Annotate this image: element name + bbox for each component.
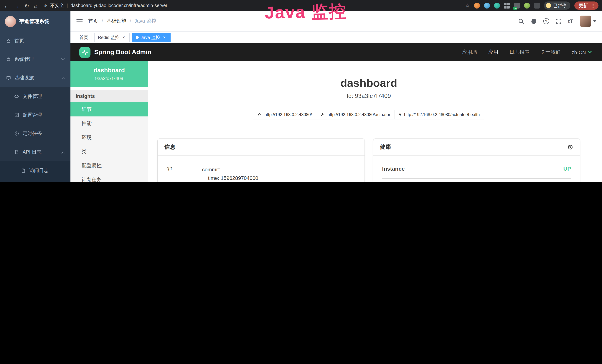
sba-nav-wall[interactable]: 应用墙 xyxy=(462,49,477,56)
dashboard-icon xyxy=(6,38,11,43)
clock-icon xyxy=(14,131,19,136)
git-info-row: git commit: time: 1596289704000 id: 27aa… xyxy=(166,163,355,182)
chevron-up-icon xyxy=(61,77,65,81)
extension-puzzle-icon[interactable] xyxy=(534,3,540,9)
main-area: 首页 / 基础设施 / Java 监控 ? tT xyxy=(70,11,602,182)
caret-down-icon xyxy=(593,20,596,22)
avatar[interactable] xyxy=(580,16,591,27)
sba-nav-links: 应用墙 应用 日志报表 关于我们 zh-CN xyxy=(462,49,591,56)
sba-item-scheduled[interactable]: 计划任务 xyxy=(70,173,148,182)
extension-leaf-icon[interactable] xyxy=(524,3,530,9)
browser-actions: ☆ on 已暂停 更新 ⋮ xyxy=(465,1,599,10)
home-icon[interactable]: ⌂ xyxy=(34,3,37,8)
sba-brand[interactable]: Spring Boot Admin xyxy=(94,49,151,56)
browser-toolbar: ← → ↻ ⌂ ⚠ 不安全 | dashboard.yudao.iocoder.… xyxy=(0,0,602,11)
warning-icon: ⚠ xyxy=(43,3,48,8)
history-icon[interactable] xyxy=(567,144,573,150)
sba-nav-about[interactable]: 关于我们 xyxy=(540,49,560,56)
health-url-link[interactable]: ♥ http://192.168.0.2:48080/actuator/heal… xyxy=(394,110,484,119)
sba-sidebar: dashboard 93a3fc7f7409 Insights 细节 性能 环境… xyxy=(70,61,148,182)
app-logo-row[interactable]: 芋道管理系统 xyxy=(0,11,70,32)
sba-logo-icon[interactable] xyxy=(79,47,90,58)
extension-on-icon[interactable]: on xyxy=(514,3,520,9)
instance-id: Id: 93a3fc7f7409 xyxy=(158,93,580,99)
bookmark-star-icon[interactable]: ☆ xyxy=(465,3,470,9)
reload-icon[interactable]: ↻ xyxy=(24,3,29,8)
screen: Java 监控 ← → ↻ ⌂ ⚠ 不安全 | dashboard.yudao.… xyxy=(0,0,602,182)
sidebar-item-infrastructure[interactable]: 基础设施 xyxy=(0,69,70,87)
health-card-title: 健康 xyxy=(380,143,391,150)
paused-badge[interactable]: 已暂停 xyxy=(544,1,570,10)
health-instance-row: Instance UP xyxy=(382,163,571,179)
back-icon[interactable]: ← xyxy=(4,3,9,8)
extension-grid-icon[interactable] xyxy=(504,3,510,9)
sba-locale-select[interactable]: zh-CN xyxy=(572,50,591,55)
address-bar[interactable]: ⚠ 不安全 | dashboard.yudao.iocoder.cn/infra… xyxy=(43,2,167,9)
info-card: 信息 git commit: time: 1596289704000 id: 2… xyxy=(158,139,364,182)
active-tab-dot xyxy=(136,36,139,39)
app-title: 芋道管理系统 xyxy=(19,18,49,25)
user-menu[interactable] xyxy=(580,16,596,27)
sba-nav-journal[interactable]: 日志报表 xyxy=(509,49,529,56)
close-icon[interactable]: × xyxy=(162,35,167,40)
tab-java-monitor[interactable]: Java 监控 × xyxy=(132,33,170,42)
wrench-icon xyxy=(320,112,325,117)
update-button[interactable]: 更新 ⋮ xyxy=(574,1,599,10)
hamburger-icon[interactable] xyxy=(76,19,83,23)
url-divider: | xyxy=(67,3,68,8)
github-icon[interactable] xyxy=(531,18,537,24)
sidebar-item-access-logs[interactable]: 访问日志 xyxy=(0,161,70,180)
sba-item-classes[interactable]: 类 xyxy=(70,145,148,159)
sidebar-item-scheduled-tasks[interactable]: 定时任务 xyxy=(0,124,70,143)
service-url-link[interactable]: http://192.168.0.2:48080/ xyxy=(253,110,316,119)
security-label[interactable]: 不安全 xyxy=(50,2,64,9)
sidebar-item-api-logs[interactable]: API 日志 xyxy=(0,143,70,161)
edit-icon xyxy=(14,112,19,118)
sidebar-item-home[interactable]: 首页 xyxy=(0,32,70,50)
app-logo-avatar xyxy=(5,16,16,27)
monitor-icon xyxy=(6,75,11,80)
breadcrumb-section[interactable]: 基础设施 xyxy=(107,18,127,24)
sba-section-insights: Insights xyxy=(70,90,148,102)
gear-icon xyxy=(6,57,11,62)
font-size-icon[interactable]: tT xyxy=(568,18,574,24)
instance-links: http://192.168.0.2:48080/ http://192.168… xyxy=(158,110,580,119)
sidebar-item-error-logs[interactable]: 错误日志 xyxy=(0,180,70,182)
sidebar-item-config-management[interactable]: 配置管理 xyxy=(0,106,70,124)
forward-icon[interactable]: → xyxy=(14,3,20,8)
chevron-down-icon xyxy=(61,56,65,60)
sba-item-config-props[interactable]: 配置属性 xyxy=(70,159,148,173)
document-icon xyxy=(21,168,26,173)
tab-redis-monitor[interactable]: Redis 监控 × xyxy=(94,33,130,42)
sba-instance-header[interactable]: dashboard 93a3fc7f7409 xyxy=(70,61,148,87)
admin-header: 首页 / 基础设施 / Java 监控 ? tT xyxy=(70,11,602,32)
sba-content: dashboard Id: 93a3fc7f7409 http://192.16… xyxy=(148,61,602,182)
breadcrumb-home[interactable]: 首页 xyxy=(88,18,98,24)
document-icon xyxy=(14,150,19,155)
fullscreen-icon[interactable] xyxy=(556,18,562,24)
extension-check-icon[interactable] xyxy=(494,3,500,9)
spring-boot-admin: Spring Boot Admin 应用墙 应用 日志报表 关于我们 zh-CN xyxy=(70,43,602,182)
status-badge: UP xyxy=(563,165,571,172)
kebab-menu-icon[interactable]: ⋮ xyxy=(591,3,595,8)
sba-item-performance[interactable]: 性能 xyxy=(70,117,148,130)
sba-item-environment[interactable]: 环境 xyxy=(70,130,148,145)
extension-drop-icon[interactable] xyxy=(484,3,490,9)
page-title: dashboard xyxy=(158,77,580,89)
smiley-icon xyxy=(546,3,551,8)
search-icon[interactable] xyxy=(518,18,524,24)
tab-home[interactable]: 首页 xyxy=(76,33,92,42)
help-icon[interactable]: ? xyxy=(543,18,549,24)
extension-on-badge: on xyxy=(513,7,517,10)
sba-nav-applications[interactable]: 应用 xyxy=(488,49,498,56)
sidebar-item-system[interactable]: 系统管理 xyxy=(0,50,70,69)
chevron-up-icon xyxy=(61,151,65,155)
actuator-url-link[interactable]: http://192.168.0.2:48080/actuator xyxy=(316,110,395,119)
admin-sidebar: 芋道管理系统 首页 系统管理 基础设施 文件管理 配 xyxy=(0,11,70,182)
close-icon[interactable]: × xyxy=(121,35,126,40)
sba-item-details[interactable]: 细节 xyxy=(70,102,148,117)
url-text[interactable]: dashboard.yudao.iocoder.cn/infra/admin-s… xyxy=(70,3,167,8)
sidebar-item-file-management[interactable]: 文件管理 xyxy=(0,87,70,106)
extension-fox-icon[interactable] xyxy=(474,3,480,9)
health-card: 健康 Instance UP xyxy=(373,139,580,182)
